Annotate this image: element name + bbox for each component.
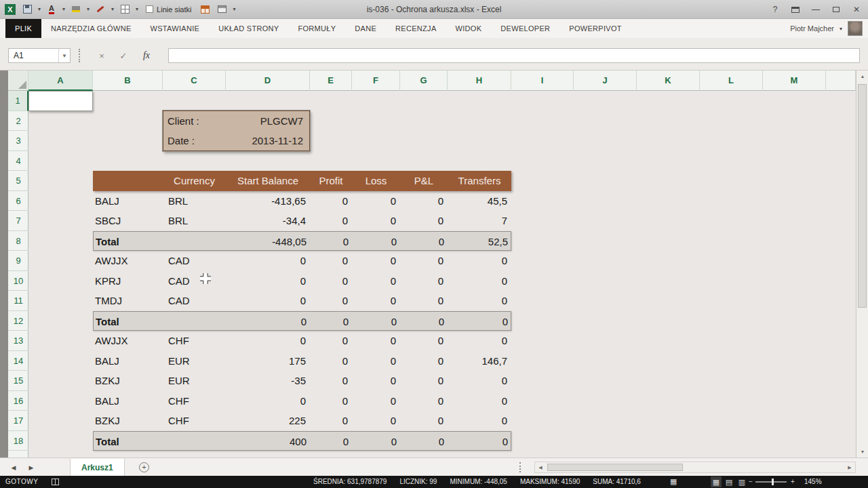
zoom-level[interactable]: 145%: [804, 476, 822, 488]
column-header-L[interactable]: L: [700, 70, 763, 91]
add-sheet-button[interactable]: +: [139, 462, 149, 472]
save-icon[interactable]: [21, 3, 33, 16]
cell-currency[interactable]: CHF: [168, 391, 189, 411]
table-total-row[interactable]: Total-448,0500052,5: [93, 231, 511, 251]
tab-plik[interactable]: PLIK: [5, 19, 41, 38]
tab-narz-dzia-g-wne[interactable]: NARZĘDZIA GŁÓWNE: [41, 19, 140, 38]
font-color-icon[interactable]: A: [45, 3, 58, 16]
page-layout-view-icon[interactable]: ▤: [724, 476, 734, 487]
cell-value[interactable]: 0: [352, 191, 400, 211]
cell-value[interactable]: 0: [226, 271, 310, 291]
formula-bar-resize-handle[interactable]: [79, 49, 81, 62]
cell-value[interactable]: 175: [226, 351, 310, 371]
tab-formu-y[interactable]: FORMUŁY: [288, 19, 345, 38]
cell-value[interactable]: 0: [310, 391, 352, 411]
excel-app-icon[interactable]: X: [4, 3, 16, 16]
borders-icon[interactable]: [119, 3, 131, 16]
row-header-16[interactable]: 16: [8, 391, 28, 411]
cell-account[interactable]: BALJ: [95, 191, 119, 211]
column-header-G[interactable]: G: [400, 70, 448, 91]
scroll-down-icon[interactable]: ▼: [856, 446, 868, 458]
cell-value[interactable]: 0: [311, 232, 353, 252]
cell-currency[interactable]: CAD: [168, 271, 190, 291]
table-header-cell[interactable]: Start Balance: [226, 171, 310, 191]
cell-value[interactable]: 0: [401, 432, 448, 452]
minimize-button[interactable]: —: [807, 3, 825, 16]
cell-value[interactable]: 0: [448, 291, 511, 311]
cell-currency[interactable]: CAD: [168, 251, 190, 271]
cell-account[interactable]: Total: [96, 432, 119, 452]
table-total-row[interactable]: Total00000: [93, 311, 511, 331]
chevron-down-icon[interactable]: ▾: [87, 6, 90, 12]
cell-value[interactable]: 0: [311, 432, 353, 452]
cell-account[interactable]: Total: [96, 232, 119, 252]
cell-value[interactable]: 0: [401, 232, 448, 252]
name-box[interactable]: A1 ▼: [8, 48, 71, 63]
cell-value[interactable]: 0: [448, 411, 511, 431]
cell-value[interactable]: 0: [310, 251, 352, 271]
table-total-row[interactable]: Total4000000: [93, 431, 511, 451]
cell-currency[interactable]: EUR: [168, 351, 190, 371]
tab-recenzja[interactable]: RECENZJA: [386, 19, 446, 38]
cell-account[interactable]: Total: [96, 312, 119, 332]
zoom-in-icon[interactable]: +: [791, 476, 795, 488]
chevron-down-icon[interactable]: ▾: [840, 26, 842, 32]
column-header-D[interactable]: D: [226, 70, 310, 91]
table-row[interactable]: BZKJEUR-350000: [93, 371, 511, 391]
table-header-cell[interactable]: Currency: [163, 171, 226, 191]
user-avatar[interactable]: [848, 21, 863, 36]
cell-value[interactable]: 45,5: [448, 191, 511, 211]
column-header-E[interactable]: E: [310, 70, 352, 91]
cell-currency[interactable]: EUR: [168, 371, 190, 391]
chevron-down-icon[interactable]: ▾: [136, 6, 138, 12]
table-row[interactable]: BALJCHF00000: [93, 391, 511, 411]
cell-value[interactable]: 0: [400, 391, 448, 411]
table-row[interactable]: BZKJCHF2250000: [93, 411, 511, 431]
cell-value[interactable]: 0: [352, 211, 400, 231]
cell-value[interactable]: 0: [401, 312, 448, 332]
cell-value[interactable]: 0: [352, 251, 400, 271]
cell-value[interactable]: -413,65: [226, 191, 310, 211]
cell-value[interactable]: 0: [352, 371, 400, 391]
name-box-dropdown-icon[interactable]: ▼: [58, 49, 70, 62]
cell-value[interactable]: 0: [353, 232, 401, 252]
column-header-K[interactable]: K: [637, 70, 700, 91]
select-all-button[interactable]: [8, 70, 28, 91]
cell-value[interactable]: 0: [352, 271, 400, 291]
table-icon[interactable]: [199, 3, 211, 16]
cell-value[interactable]: 0: [226, 251, 310, 271]
cell-value[interactable]: -35: [226, 371, 310, 391]
ribbon-display-options-button[interactable]: [787, 3, 804, 16]
table-row[interactable]: SBCJBRL-34,40007: [93, 211, 511, 231]
freeze-panes-icon[interactable]: [216, 3, 228, 16]
table-row[interactable]: AWJJXCHF00000: [93, 331, 511, 351]
page-break-view-icon[interactable]: ▥: [736, 476, 747, 487]
horizontal-scrollbar-thumb[interactable]: [547, 464, 683, 471]
table-row[interactable]: AWJJXCAD00000: [93, 251, 511, 271]
cell-value[interactable]: 225: [226, 411, 310, 431]
table-header-cell[interactable]: Profit: [310, 171, 352, 191]
cell-value[interactable]: -448,05: [226, 232, 311, 252]
chevron-down-icon[interactable]: ▾: [38, 6, 41, 12]
cell-currency[interactable]: CHF: [168, 331, 189, 351]
client-info-box[interactable]: Client :PLGCW7Date :2013-11-12: [163, 110, 310, 151]
column-header-I[interactable]: I: [511, 70, 574, 91]
cell-value[interactable]: -34,4: [226, 211, 310, 231]
tab-dane[interactable]: DANE: [345, 19, 386, 38]
row-header-7[interactable]: 7: [8, 211, 28, 231]
cell-currency[interactable]: CHF: [168, 411, 189, 431]
vertical-scrollbar-thumb[interactable]: [858, 84, 867, 308]
maximize-button[interactable]: [827, 3, 845, 16]
cell-value[interactable]: 0: [352, 291, 400, 311]
cell-account[interactable]: BALJ: [95, 351, 119, 371]
sheet-tab-arkusz1[interactable]: Arkusz1: [70, 459, 125, 476]
cell-currency[interactable]: CAD: [168, 291, 190, 311]
tab-widok[interactable]: WIDOK: [446, 19, 492, 38]
cell-account[interactable]: AWJJX: [95, 331, 128, 351]
zoom-out-icon[interactable]: −: [749, 476, 753, 488]
worksheet-area[interactable]: ▲ ▼ ABCDEFGHIJKLM12345678910111213141516…: [0, 70, 868, 458]
table-row[interactable]: KPRJCAD00000: [93, 271, 511, 291]
cell-value[interactable]: 0: [400, 411, 448, 431]
cell-value[interactable]: 0: [448, 271, 511, 291]
close-button[interactable]: ✕: [848, 3, 865, 16]
